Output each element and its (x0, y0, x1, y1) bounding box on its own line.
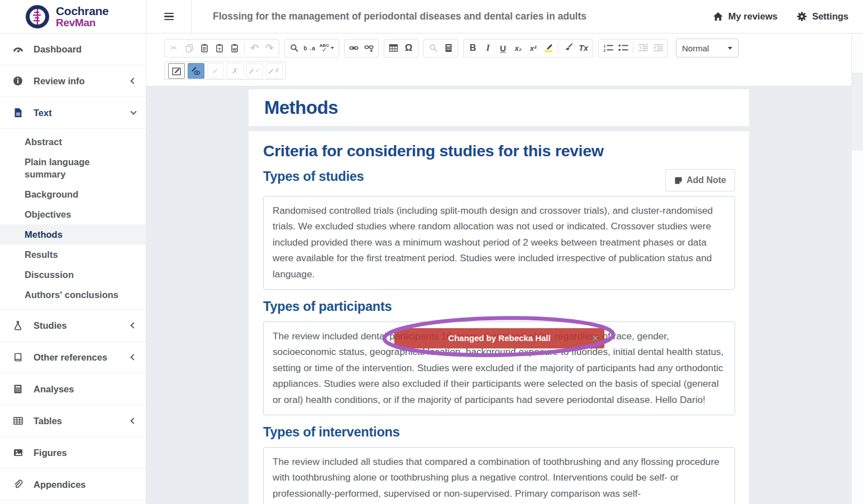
editor-canvas: Methods Criteria for considering studies… (146, 87, 851, 504)
settings-link[interactable]: Settings (797, 11, 848, 22)
sidebar-item-label: Analyses (34, 384, 74, 395)
editor-toolbar: ✂ T W ↶ (146, 33, 851, 87)
remove-format-button[interactable]: Tx (576, 41, 591, 55)
types-of-interventions-text: The review included all studies that com… (273, 456, 719, 499)
accept-all-changes-button[interactable]: ✓ (246, 63, 263, 79)
sidebar-subitem-background[interactable]: Background (0, 184, 146, 204)
sidebar-item-text[interactable]: Text (0, 97, 146, 129)
redo-button[interactable]: ↷ (262, 41, 277, 55)
section-title-card: Methods (248, 89, 750, 127)
text-subnav: Abstract Plain language summary Backgrou… (0, 129, 146, 310)
remove-format-icon: Tx (579, 44, 588, 52)
chevron-left-icon (130, 417, 136, 424)
link-icon (349, 44, 359, 52)
types-of-participants-heading: Types of participants (263, 299, 735, 314)
sidebar-item-label: Figures (34, 448, 67, 458)
scrollbar-thumb[interactable] (852, 73, 863, 151)
toolbar-separator (633, 42, 633, 54)
bulleted-list-button[interactable] (616, 41, 631, 55)
superscript-button[interactable]: x² (526, 41, 541, 55)
sidebar-item-label: Studies (34, 320, 67, 331)
add-note-label: Add Note (686, 175, 726, 185)
find-button[interactable] (287, 41, 302, 55)
spellcheck-icon: ABC ✓ (320, 44, 329, 53)
numbered-list-button[interactable]: 12 (600, 41, 616, 55)
table-icon (12, 416, 24, 426)
replace-icon: b→a (303, 45, 314, 51)
superscript-icon: x² (530, 44, 537, 52)
sidebar-item-review-info[interactable]: Review info (0, 65, 146, 97)
link-button[interactable] (346, 41, 361, 55)
reject-change-button[interactable]: ✗ (227, 63, 244, 79)
copy-button[interactable] (182, 41, 197, 55)
flask-icon (12, 320, 24, 330)
change-author-tooltip: Changed by Rebecka Hall × (394, 328, 604, 348)
vertical-scrollbar[interactable] (851, 33, 863, 504)
bold-icon: B (470, 43, 476, 53)
show-changes-button[interactable] (188, 63, 204, 79)
sidebar-item-figures[interactable]: Figures (0, 437, 146, 469)
paste-button[interactable] (197, 41, 212, 55)
special-character-button[interactable]: Ω (401, 41, 416, 55)
review-title: Flossing for the management of periodont… (192, 0, 713, 33)
underline-button[interactable]: U (495, 41, 511, 55)
sidebar-item-dashboard[interactable]: Dashboard (0, 33, 146, 65)
spell-check-button[interactable]: ABC ✓ (317, 41, 337, 55)
svg-text:W: W (232, 47, 237, 52)
add-note-button[interactable]: Add Note (665, 169, 735, 191)
copy-formatting-button[interactable] (561, 41, 576, 55)
cut-button[interactable]: ✂ (166, 41, 182, 55)
sidebar-item-tables[interactable]: Tables (0, 405, 146, 437)
sidebar-toggle-button[interactable] (146, 0, 192, 33)
editor-field-types-of-studies[interactable]: Randomised controlled trials (including … (263, 196, 735, 290)
note-icon (674, 176, 683, 185)
revman-app: Cochrane RevMan Flossing for the managem… (0, 0, 863, 504)
sidebar-subitem-objectives[interactable]: Objectives (0, 204, 146, 224)
my-reviews-link[interactable]: My reviews (713, 11, 778, 22)
search-review-button[interactable] (426, 41, 441, 55)
insert-table-button[interactable] (386, 41, 401, 55)
settings-label: Settings (812, 11, 848, 22)
sidebar-subitem-abstract[interactable]: Abstract (0, 132, 146, 152)
sidebar-subitem-authors-conclusions[interactable]: Authors' conclusions (0, 285, 146, 305)
editor-field-types-of-participants[interactable]: The review included dental participants … (263, 321, 735, 415)
search-icon (290, 44, 299, 52)
track-changes-toggle-button[interactable] (168, 63, 185, 79)
reject-all-changes-button[interactable]: ✗ (266, 63, 283, 79)
cut-icon: ✂ (170, 43, 178, 53)
cochrane-revman-logo[interactable]: Cochrane RevMan (0, 0, 146, 33)
sidebar-item-label: Appendices (34, 479, 86, 490)
top-navigation: My reviews Settings (713, 0, 863, 33)
paste-from-word-button[interactable]: W (227, 41, 242, 55)
change-author-label: Changed by Rebecka Hall (448, 330, 550, 346)
sidebar-subitem-discussion[interactable]: Discussion (0, 265, 146, 285)
chevron-left-icon (130, 322, 136, 328)
sidebar-item-studies[interactable]: Studies (0, 310, 146, 342)
italic-button[interactable]: I (480, 41, 495, 55)
calculator-button[interactable] (441, 41, 456, 55)
track-changes-icon (172, 66, 181, 75)
accept-change-button[interactable]: ✓ (207, 63, 224, 79)
unlink-button[interactable] (361, 41, 376, 55)
sidebar-subitem-results[interactable]: Results (0, 244, 146, 265)
highlight-button[interactable] (541, 41, 556, 55)
bold-button[interactable]: B (465, 41, 480, 55)
subscript-button[interactable]: x₂ (511, 41, 526, 55)
increase-indent-button[interactable] (651, 41, 666, 55)
paragraph-format-dropdown[interactable]: Normal (676, 39, 738, 57)
svg-text:1: 1 (603, 44, 605, 48)
editor-field-types-of-interventions[interactable]: The review included all studies that com… (263, 447, 735, 504)
undo-button[interactable]: ↶ (247, 41, 262, 55)
omega-icon: Ω (405, 42, 413, 54)
sidebar-subitem-methods[interactable]: Methods (0, 224, 146, 244)
sidebar-item-appendices[interactable]: Appendices (0, 469, 146, 501)
sidebar-item-analyses[interactable]: Analyses (0, 373, 146, 405)
close-icon[interactable]: × (592, 333, 598, 343)
paste-plain-text-button[interactable]: T (212, 41, 227, 55)
svg-text:2: 2 (603, 49, 605, 52)
replace-button[interactable]: b→a (302, 41, 317, 55)
sidebar-item-other-references[interactable]: Other references (0, 342, 146, 373)
decrease-indent-button[interactable] (636, 41, 651, 55)
sidebar-subitem-plain-language-summary[interactable]: Plain language summary (0, 152, 128, 184)
numbered-list-icon: 12 (603, 44, 613, 52)
